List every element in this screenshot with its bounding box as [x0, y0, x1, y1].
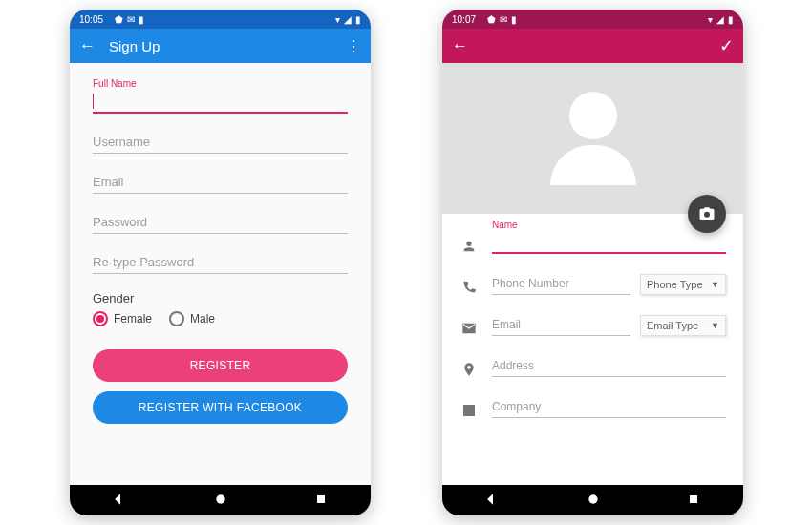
more-icon[interactable]: ⋮ [346, 37, 361, 55]
status-bar: 10:05 ⬟ ✉ ▮ ▾ ◢ ▮ [70, 10, 371, 29]
nav-home-icon[interactable] [214, 493, 227, 509]
location-icon [459, 362, 479, 377]
wifi-icon: ▾ [708, 14, 713, 25]
chevron-down-icon: ▼ [711, 280, 719, 289]
fullname-label: Full Name [93, 78, 137, 89]
name-input[interactable] [492, 231, 726, 254]
name-label: Name [492, 220, 518, 230]
email-type-label: Email Type [647, 320, 698, 331]
wifi-icon: ▾ [335, 14, 340, 25]
register-button[interactable]: REGISTER [93, 349, 348, 382]
contact-screen: 10:07 ⬟ ✉ ▮ ▾ ◢ ▮ ← ✓ Name [442, 10, 743, 515]
signup-screen: 10:05 ⬟ ✉ ▮ ▾ ◢ ▮ ← Sign Up ⋮ Full Name [70, 10, 371, 515]
email-type-dropdown[interactable]: Email Type ▼ [640, 315, 726, 336]
company-row [459, 396, 726, 418]
retype-password-field[interactable] [93, 251, 348, 274]
fullname-input[interactable] [93, 90, 348, 114]
phone-input[interactable] [492, 273, 630, 295]
password-field[interactable] [93, 211, 348, 234]
phone-type-dropdown[interactable]: Phone Type ▼ [640, 274, 726, 295]
company-icon [459, 403, 479, 418]
email-icon [459, 321, 479, 336]
email-field[interactable] [93, 171, 348, 194]
status-bar: 10:07 ⬟ ✉ ▮ ▾ ◢ ▮ [442, 10, 743, 29]
email-input[interactable] [93, 171, 348, 194]
app-bar-title: Sign Up [109, 38, 160, 54]
female-label: Female [114, 312, 152, 326]
signal-icon: ◢ [716, 14, 724, 25]
male-radio[interactable]: Male [169, 311, 215, 326]
status-time: 10:05 [79, 14, 103, 25]
nav-recent-icon[interactable] [688, 494, 699, 508]
mail-icon: ✉ [500, 14, 507, 25]
radio-icon [93, 311, 108, 326]
gender-radio-group: Female Male [93, 311, 348, 326]
name-row: Name [459, 231, 726, 254]
company-input[interactable] [492, 396, 726, 418]
contact-photo-area [442, 63, 743, 214]
mail-icon: ✉ [127, 14, 135, 25]
female-radio[interactable]: Female [93, 311, 152, 326]
back-icon[interactable]: ← [452, 36, 468, 55]
card-icon: ▮ [511, 14, 517, 25]
nav-home-icon[interactable] [587, 493, 600, 509]
battery-icon: ▮ [355, 14, 361, 25]
confirm-icon[interactable]: ✓ [719, 35, 734, 56]
app-bar: ← ✓ [442, 29, 743, 63]
username-input[interactable] [93, 131, 348, 154]
back-icon[interactable]: ← [79, 36, 96, 55]
address-row [459, 355, 726, 377]
camera-fab[interactable] [688, 195, 726, 233]
nav-bar [442, 485, 743, 515]
avatar-placeholder-icon [550, 92, 636, 185]
card-icon: ▮ [139, 14, 144, 25]
address-input[interactable] [492, 355, 726, 377]
email-row: Email Type ▼ [459, 314, 726, 336]
signal-icon: ◢ [344, 14, 352, 25]
retype-password-input[interactable] [93, 251, 348, 274]
phone-type-label: Phone Type [647, 279, 703, 290]
radio-icon [169, 311, 184, 326]
gender-label: Gender [93, 291, 348, 305]
phone-icon [459, 280, 479, 295]
status-time: 10:07 [452, 14, 476, 25]
chevron-down-icon: ▼ [711, 321, 719, 330]
nav-back-icon[interactable] [114, 493, 127, 509]
male-label: Male [190, 312, 215, 326]
fullname-field[interactable]: Full Name [93, 90, 348, 114]
battery-icon: ▮ [728, 14, 734, 25]
nav-bar [70, 485, 371, 515]
svg-rect-1 [317, 495, 325, 503]
password-input[interactable] [93, 211, 348, 234]
contact-form-content: Name Phone Type ▼ E [442, 63, 743, 485]
svg-rect-3 [690, 495, 697, 503]
shield-icon: ⬟ [487, 14, 496, 25]
phone-row: Phone Type ▼ [459, 273, 726, 295]
contact-form: Name Phone Type ▼ E [442, 214, 743, 418]
svg-point-0 [217, 494, 225, 503]
text-cursor [93, 94, 94, 109]
app-bar: ← Sign Up ⋮ [70, 29, 371, 63]
nav-back-icon[interactable] [486, 493, 500, 509]
signup-form: Full Name Gender Female Male REGI [70, 63, 371, 485]
shield-icon: ⬟ [115, 14, 123, 25]
username-field[interactable] [93, 131, 348, 154]
email-input[interactable] [492, 314, 630, 336]
register-facebook-button[interactable]: REGISTER WITH FACEBOOK [93, 391, 348, 424]
nav-recent-icon[interactable] [315, 494, 327, 508]
svg-point-2 [589, 494, 598, 503]
person-icon [459, 239, 479, 254]
camera-icon [698, 205, 716, 222]
